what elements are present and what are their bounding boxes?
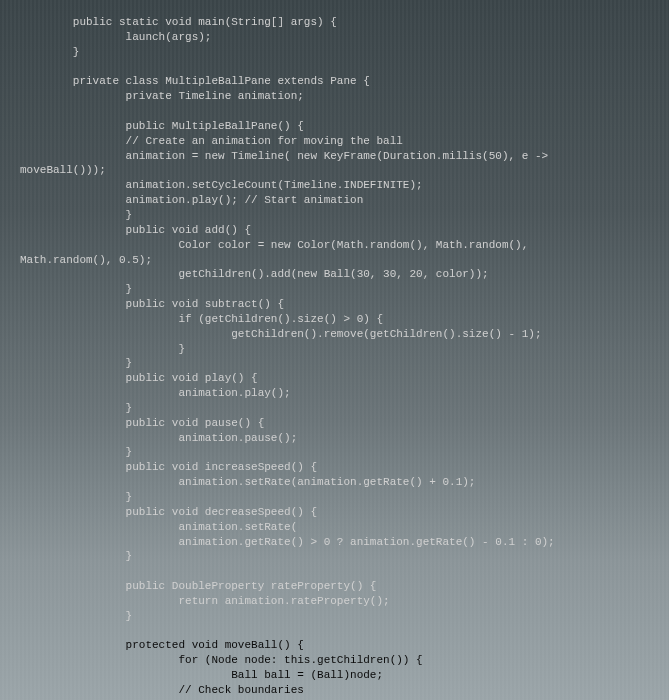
code-line: animation.play(); [20, 387, 291, 399]
code-line: launch(args); [20, 31, 211, 43]
code-line: public void increaseSpeed() { [20, 461, 317, 473]
code-line: getChildren().add(new Ball(30, 30, 20, c… [20, 268, 489, 280]
code-line: if (getChildren().size() > 0) { [20, 313, 383, 325]
code-line: public DoubleProperty rateProperty() { [20, 580, 376, 592]
code-line: animation.setCycleCount(Timeline.INDEFIN… [20, 179, 423, 191]
code-line: // Check boundaries [20, 684, 304, 696]
code-line: Ball ball = (Ball)node; [20, 669, 383, 681]
code-line: } [20, 343, 185, 355]
code-line: } [20, 46, 79, 58]
code-line: for (Node node: this.getChildren()) { [20, 654, 423, 666]
code-line: } [20, 610, 132, 622]
code-line: protected void moveBall() { [20, 639, 304, 651]
code-line: public void subtract() { [20, 298, 284, 310]
code-line: private Timeline animation; [20, 90, 304, 102]
code-line: animation.setRate(animation.getRate() + … [20, 476, 475, 488]
code-line: getChildren().remove(getChildren().size(… [20, 328, 542, 340]
code-line: return animation.rateProperty(); [20, 595, 390, 607]
code-line: public void play() { [20, 372, 258, 384]
code-line: animation.setRate( [20, 521, 297, 533]
code-line: animation.getRate() > 0 ? animation.getR… [20, 536, 555, 548]
code-line: } [20, 550, 132, 562]
code-line: } [20, 446, 132, 458]
code-line: animation = new Timeline( new KeyFrame(D… [20, 150, 548, 162]
code-line: } [20, 357, 132, 369]
code-line: animation.play(); // Start animation [20, 194, 363, 206]
code-block: public static void main(String[] args) {… [20, 15, 649, 700]
code-line: public void pause() { [20, 417, 264, 429]
code-line: animation.pause(); [20, 432, 297, 444]
code-line: Color color = new Color(Math.random(), M… [20, 239, 528, 251]
code-line: } [20, 209, 132, 221]
code-line: public void add() { [20, 224, 251, 236]
code-line: } [20, 491, 132, 503]
code-line: } [20, 402, 132, 414]
code-line: // Create an animation for moving the ba… [20, 135, 403, 147]
code-line: moveBall())); [20, 164, 106, 176]
code-line: public static void main(String[] args) { [20, 16, 337, 28]
code-line: public MultipleBallPane() { [20, 120, 304, 132]
code-line: Math.random(), 0.5); [20, 254, 152, 266]
code-line: private class MultipleBallPane extends P… [20, 75, 370, 87]
code-line: } [20, 283, 132, 295]
code-line: public void decreaseSpeed() { [20, 506, 317, 518]
